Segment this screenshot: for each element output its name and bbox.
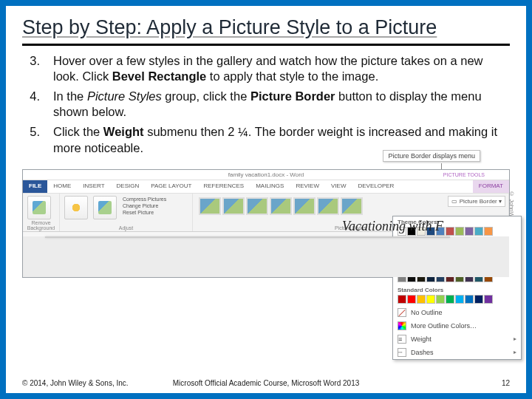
style-thumb[interactable] — [317, 197, 339, 215]
chevron-right-icon: ▸ — [514, 335, 516, 342]
callout-label: Picture Border displays menu — [383, 150, 480, 162]
remove-background-icon[interactable] — [27, 196, 51, 219]
color-wheel-icon — [398, 321, 406, 330]
standard-color-row — [398, 295, 516, 304]
document-page: Vacationing with F — [45, 236, 450, 238]
step-list: 3. Hover over a few styles in the galler… — [22, 53, 510, 160]
tab-design[interactable]: DESIGN — [111, 180, 146, 193]
style-thumb[interactable] — [341, 197, 363, 215]
tab-file[interactable]: FILE — [23, 180, 47, 193]
step-text: Hover over a few styles in the gallery a… — [53, 53, 510, 84]
color-swatch[interactable] — [407, 295, 416, 304]
color-swatch[interactable] — [465, 295, 474, 304]
tab-home[interactable]: HOME — [47, 180, 77, 193]
color-swatch[interactable] — [474, 227, 483, 236]
no-outline-item[interactable]: No Outline — [393, 306, 521, 319]
style-thumb[interactable] — [270, 197, 292, 215]
style-thumb[interactable] — [246, 197, 268, 215]
corrections-icon[interactable] — [64, 196, 88, 219]
style-thumb[interactable] — [222, 197, 245, 215]
picture-border-icon: ▭ — [451, 198, 457, 205]
reset-picture-button[interactable]: Reset Picture — [121, 209, 168, 216]
tab-references[interactable]: REFERENCES — [198, 180, 250, 193]
color-swatch[interactable] — [455, 227, 464, 236]
weight-submenu-item[interactable]: ≡Weight▸ — [393, 332, 521, 346]
more-colors-item[interactable]: More Outline Colors… — [393, 319, 521, 332]
tab-review[interactable]: REVIEW — [290, 180, 325, 193]
ribbon-tabs: FILE HOME INSERT DESIGN PAGE LAYOUT REFE… — [23, 180, 509, 194]
chevron-right-icon: ▸ — [514, 349, 516, 355]
weight-icon: ≡ — [398, 335, 406, 344]
color-swatch[interactable] — [465, 227, 474, 236]
color-swatch[interactable] — [455, 295, 464, 304]
change-picture-button[interactable]: Change Picture — [121, 202, 168, 209]
tab-insert[interactable]: INSERT — [77, 180, 110, 193]
step-number: 5. — [22, 124, 53, 155]
picture-border-button[interactable]: ▭ Picture Border ▾ — [448, 196, 505, 207]
step-text: In the Picture Styles group, click the P… — [53, 89, 510, 120]
standard-colors-heading: Standard Colors — [398, 287, 516, 295]
style-thumb[interactable] — [293, 197, 316, 215]
color-swatch[interactable] — [436, 295, 445, 304]
group-label: Adjust — [60, 225, 192, 231]
footer-course: Microsoft Official Academic Course, Micr… — [22, 379, 510, 387]
color-swatch[interactable] — [446, 227, 454, 236]
slide-title: Step by Step: Apply a Picture Style to a… — [22, 16, 510, 46]
no-outline-icon — [398, 308, 406, 317]
step-item: 4. In the Picture Styles group, click th… — [22, 89, 510, 120]
group-remove-background: Remove Background — [23, 194, 60, 231]
dashes-icon: ┄ — [398, 348, 406, 357]
window-titlebar: family vacation1.docx - Word — [23, 170, 509, 180]
slide: Step by Step: Apply a Picture Style to a… — [0, 0, 532, 399]
step-number: 3. — [22, 53, 53, 84]
group-adjust: Compress Pictures Change Picture Reset P… — [60, 194, 193, 231]
tab-mailings[interactable]: MAILINGS — [250, 180, 290, 193]
color-swatch[interactable] — [426, 295, 435, 304]
tab-developer[interactable]: DEVELOPER — [352, 180, 400, 193]
compress-pictures-button[interactable]: Compress Pictures — [121, 196, 168, 202]
step-item: 3. Hover over a few styles in the galler… — [22, 53, 510, 84]
step-number: 4. — [22, 89, 53, 120]
color-swatch[interactable] — [484, 295, 493, 304]
color-swatch[interactable] — [446, 295, 454, 304]
color-swatch[interactable] — [474, 295, 483, 304]
document-heading: Vacationing with F — [342, 219, 443, 234]
picture-tools-label: PICTURE TOOLS — [437, 170, 491, 180]
slide-footer: © 2014, John Wiley & Sons, Inc. Microsof… — [22, 379, 510, 387]
color-swatch[interactable] — [398, 295, 406, 304]
tab-view[interactable]: VIEW — [325, 180, 352, 193]
color-swatch[interactable] — [417, 295, 426, 304]
word-screenshot: © JohnWiley&Sons, Inc. family vacation1.… — [22, 169, 510, 278]
style-thumb[interactable] — [199, 197, 221, 215]
tab-page-layout[interactable]: PAGE LAYOUT — [145, 180, 197, 193]
color-icon[interactable] — [93, 196, 117, 219]
group-label: Remove Background — [23, 220, 59, 231]
dashes-submenu-item[interactable]: ┄Dashes▸ — [393, 346, 521, 359]
color-swatch[interactable] — [484, 227, 493, 236]
